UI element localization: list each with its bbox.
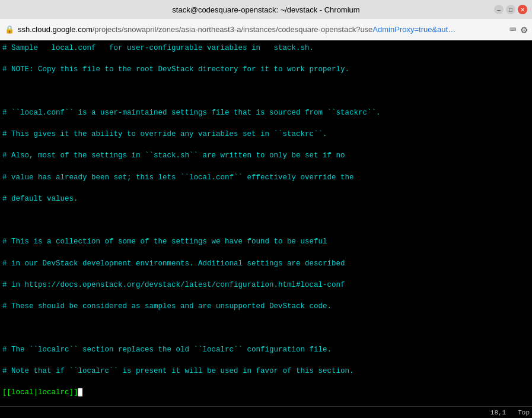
line-3 — [2, 86, 530, 97]
line-5: # This gives it the ability to override … — [2, 129, 530, 140]
line-10: # This is a collection of some of the se… — [2, 236, 530, 247]
line-16: # Note that if ``localrc`` is present it… — [2, 366, 530, 376]
line-2: # NOTE: Copy this file to the root DevSt… — [2, 64, 530, 75]
line-15: # The ``localrc`` section replaces the o… — [2, 344, 530, 355]
line-7: # value has already been set; this lets … — [2, 172, 530, 183]
line-8: # default values. — [2, 194, 530, 204]
status-bar: 18,1 Top — [0, 406, 532, 418]
highlight-part: AdminProxy=true&aut… — [372, 25, 455, 34]
address-bar: 🔒 ssh.cloud.google.com/projects/snowapri… — [0, 19, 532, 40]
address-text[interactable]: ssh.cloud.google.com/projects/snowapril/… — [18, 25, 506, 34]
minimize-button[interactable]: – — [494, 5, 504, 14]
line-11: # in our DevStack development environmen… — [2, 258, 530, 269]
line-6: # Also, most of the settings in ``stack.… — [2, 150, 530, 161]
maximize-button[interactable]: □ — [506, 5, 515, 14]
close-button[interactable]: ✕ — [518, 5, 527, 14]
window-title: stack@codesquare-openstack: ~/devstack -… — [172, 5, 359, 14]
line-1: # Sample local.conf for user-configurabl… — [2, 43, 530, 53]
path-part: /projects/snowapril/zones/asia-northeast… — [93, 25, 373, 34]
lock-icon: 🔒 — [5, 25, 14, 34]
scroll-position: Top — [518, 409, 530, 416]
gear-icon[interactable]: ⚙ — [521, 23, 527, 36]
line-13: # These should be considered as samples … — [2, 301, 530, 312]
line-12: # in https://docs.openstack.org/devstack… — [2, 280, 530, 290]
terminal-content: # Sample local.conf for user-configurabl… — [2, 43, 530, 406]
line-14 — [2, 322, 530, 333]
status-right: 18,1 Top — [490, 409, 530, 416]
domain-part: ssh.cloud.google.com — [18, 25, 93, 34]
title-bar: stack@codesquare-openstack: ~/devstack -… — [0, 0, 532, 19]
line-4: # ``local.conf`` is a user-maintained se… — [2, 107, 530, 118]
line-17: [[local|localrc]]█ — [2, 387, 530, 398]
window-controls: – □ ✕ — [494, 5, 527, 14]
terminal[interactable]: # Sample local.conf for user-configurabl… — [0, 40, 532, 406]
cursor-position: 18,1 — [490, 409, 506, 416]
line-9 — [2, 215, 530, 226]
address-bar-right: ⌨ ⚙ — [509, 23, 527, 36]
keyboard-icon[interactable]: ⌨ — [509, 23, 516, 36]
